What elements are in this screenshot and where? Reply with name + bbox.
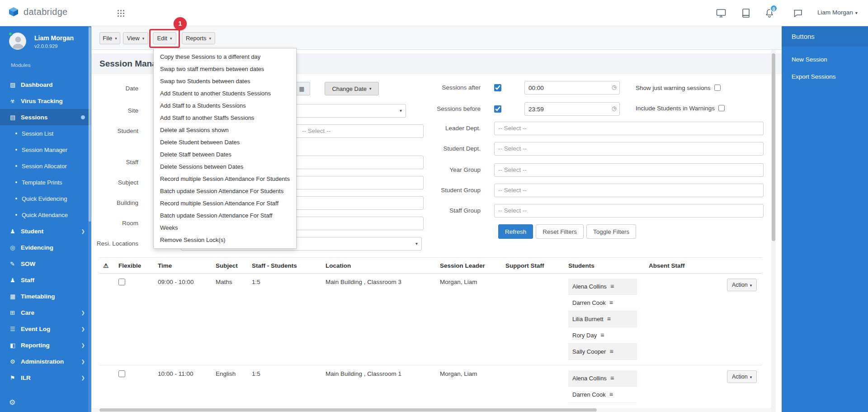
staff-group-select[interactable]: -- Select --: [494, 204, 764, 218]
menu-item-swap-students[interactable]: Swap two Students between dates: [154, 75, 296, 87]
new-session-button[interactable]: New Session: [782, 51, 868, 68]
menu-item-remove-session-locks[interactable]: Remove Session Lock(s): [154, 234, 296, 246]
leader-dept-select[interactable]: -- Select --: [494, 122, 764, 135]
avatar[interactable]: [9, 33, 26, 50]
student-chip[interactable]: Sally Cooper≡: [568, 344, 637, 360]
flexible-checkbox[interactable]: [118, 279, 125, 285]
drag-handle-icon[interactable]: ≡: [610, 283, 614, 290]
student-chip[interactable]: Darren Cook≡: [568, 387, 637, 403]
edit-menu-button[interactable]: Edit▾: [153, 32, 176, 44]
sidebar-item-timetabling[interactable]: ▦ Timetabling: [0, 288, 91, 304]
menu-item-add-student-to-sessions[interactable]: Add Student to another Students Sessions: [154, 87, 296, 99]
sessions-before-time-input[interactable]: [524, 102, 620, 116]
drag-handle-icon[interactable]: ≡: [609, 348, 613, 355]
sessions-after-time-input[interactable]: [524, 81, 620, 95]
sidebar-item-dashboard[interactable]: ▨ Dashboard: [0, 76, 91, 93]
year-group-select[interactable]: -- Select --: [494, 163, 764, 177]
book-icon[interactable]: [741, 8, 751, 19]
sidebar-item-ilr[interactable]: ⚑ ILR ❯: [0, 369, 91, 386]
menu-item-add-staff-to-student-sessions[interactable]: Add Staff to a Students Sessions: [154, 99, 296, 112]
settings-gear-icon[interactable]: ⚙: [9, 398, 15, 407]
menu-item-delete-student-between-dates[interactable]: Delete Student between Dates: [154, 136, 296, 148]
sidebar-scrollbar-thumb[interactable]: [89, 27, 91, 222]
drag-handle-icon[interactable]: ≡: [607, 315, 611, 322]
menu-item-batch-attendance-students[interactable]: Batch update Session Attendance For Stud…: [154, 185, 296, 197]
apps-grid-icon[interactable]: [118, 10, 125, 17]
staff-students-cell: 1:5: [248, 365, 322, 408]
student-select-placeholder: -- Select --: [302, 128, 330, 134]
user-menu[interactable]: Liam Morgan▾: [817, 9, 858, 16]
vertical-scrollbar[interactable]: [771, 50, 776, 412]
file-menu-button[interactable]: File▾: [99, 32, 120, 44]
drag-handle-icon[interactable]: ≡: [609, 391, 613, 398]
sidebar-item-student[interactable]: ♟ Student ❯: [0, 223, 91, 239]
student-name: Alena Collins: [572, 283, 607, 290]
export-sessions-button[interactable]: Export Sessions: [782, 68, 868, 85]
sidebar-item-session-allocator[interactable]: Session Allocator: [0, 158, 91, 174]
menu-item-swap-staff[interactable]: Swap two staff members between dates: [154, 63, 296, 75]
sidebar-item-sow[interactable]: ✎ SOW: [0, 256, 91, 272]
change-date-button[interactable]: Change Date▾: [325, 82, 379, 95]
sidebar-item-template-prints[interactable]: Template Prints: [0, 174, 91, 190]
action-button[interactable]: Action▾: [727, 370, 757, 383]
absent-staff-cell: [645, 365, 723, 408]
sidebar-item-staff[interactable]: ♟ Staff: [0, 272, 91, 288]
toggle-filters-button[interactable]: Toggle Filters: [586, 224, 636, 239]
sidebar-item-session-manager[interactable]: Session Manager: [0, 142, 91, 158]
student-chip[interactable]: Alena Collins≡: [568, 370, 637, 387]
virus-icon: ☣: [10, 98, 21, 104]
menu-item-delete-staff-between-dates[interactable]: Delete Staff between Dates: [154, 148, 296, 161]
menu-item-add-staff-to-staff-sessions[interactable]: Add Staff to another Staffs Sessions: [154, 112, 296, 124]
brand[interactable]: databridge: [8, 6, 68, 17]
reports-menu-button[interactable]: Reports▾: [182, 32, 215, 44]
action-button[interactable]: Action▾: [727, 279, 757, 291]
refresh-button[interactable]: Refresh: [498, 224, 533, 239]
notifications-bell-icon[interactable]: 0: [764, 8, 775, 19]
sidebar-item-care[interactable]: ⊞ Care ❯: [0, 304, 91, 321]
menu-item-delete-sessions-between-dates[interactable]: Delete Sessions between Dates: [154, 161, 296, 173]
sidebar-item-quick-attendance[interactable]: Quick Attendance: [0, 207, 91, 223]
vertical-scrollbar-thumb[interactable]: [772, 53, 775, 241]
menu-item-delete-all-sessions[interactable]: Delete all Sessions shown: [154, 124, 296, 136]
table-header-row: ⚠ Flexible Time Subject Staff - Students…: [99, 258, 762, 274]
sidebar-item-event-log[interactable]: ☰ Event Log ❯: [0, 321, 91, 337]
sidebar-scrollbar[interactable]: [88, 26, 91, 412]
sidebar-item-reporting[interactable]: ◧ Reporting ❯: [0, 337, 91, 353]
column-subject: Subject: [212, 258, 248, 274]
sidebar-item-session-list[interactable]: Session List: [0, 125, 91, 142]
student-dept-select[interactable]: -- Select --: [494, 142, 764, 156]
student-group-select[interactable]: -- Select --: [494, 184, 764, 197]
student-chip[interactable]: Darren Cook≡: [568, 295, 637, 311]
sidebar-item-sessions[interactable]: ▤ Sessions: [0, 109, 91, 125]
chat-icon[interactable]: [793, 8, 803, 19]
student-chip[interactable]: Alena Collins≡: [568, 279, 637, 295]
sidebar-item-administration[interactable]: ⚙ Administration ❯: [0, 353, 91, 369]
sidebar-item-evidencing[interactable]: ◎ Evidencing: [0, 239, 91, 256]
flexible-checkbox[interactable]: [118, 370, 125, 377]
drag-handle-icon[interactable]: ≡: [610, 374, 614, 382]
sessions-after-checkbox[interactable]: [494, 84, 501, 91]
view-menu-button[interactable]: View▾: [123, 32, 148, 44]
change-date-label: Change Date: [332, 85, 367, 92]
include-students-warnings-row: Include Students in Warnings: [636, 103, 725, 113]
drag-handle-icon[interactable]: ≡: [609, 299, 613, 306]
horizontal-scrollbar[interactable]: [91, 408, 771, 412]
include-students-warnings-checkbox[interactable]: [718, 105, 725, 111]
column-absent-staff: Absent Staff: [645, 258, 723, 274]
menu-item-record-attendance-students[interactable]: Record multiple Session Attendance For S…: [154, 173, 296, 185]
display-icon[interactable]: [716, 8, 726, 19]
student-chip[interactable]: Lilia Burnett≡: [568, 311, 637, 327]
modules-section-label: Modules: [11, 62, 30, 68]
menu-item-copy-sessions[interactable]: Copy these Sessions to a different day: [154, 51, 296, 63]
menu-item-record-attendance-staff[interactable]: Record multiple Session Attendance For S…: [154, 197, 296, 209]
drag-handle-icon[interactable]: ≡: [600, 331, 604, 339]
student-chip[interactable]: Rory Day≡: [568, 327, 637, 344]
sidebar-item-virus-tracking[interactable]: ☣ Virus Tracking: [0, 93, 91, 109]
sessions-before-checkbox[interactable]: [494, 105, 501, 113]
horizontal-scrollbar-thumb[interactable]: [99, 408, 597, 412]
sidebar-item-quick-evidencing[interactable]: Quick Evidencing: [0, 190, 91, 207]
reset-filters-button[interactable]: Reset Filters: [536, 224, 584, 239]
show-warning-sessions-checkbox[interactable]: [714, 85, 721, 91]
menu-item-batch-attendance-staff[interactable]: Batch update Session Attendance For Staf…: [154, 209, 296, 222]
menu-item-weeks[interactable]: Weeks: [154, 222, 296, 234]
